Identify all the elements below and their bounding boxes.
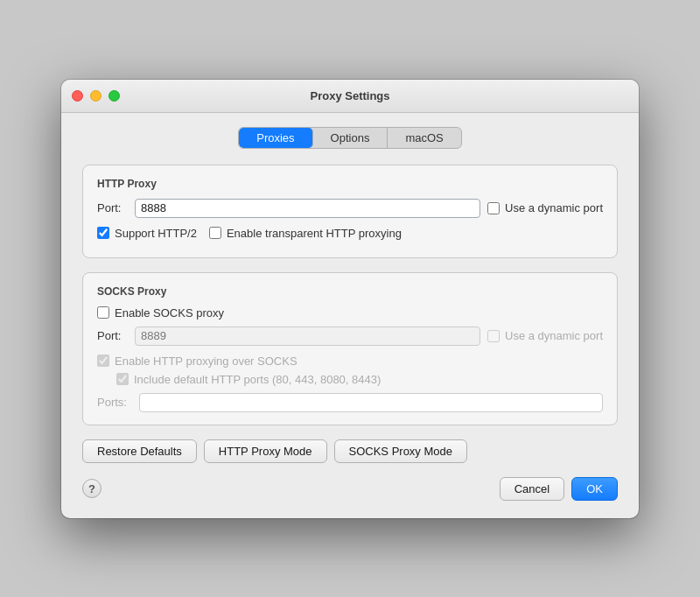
proxy-settings-window: Proxy Settings Proxies Options macOS HTT… [61, 80, 639, 518]
http-proxy-section: HTTP Proxy Port: Use a dynamic port Supp… [82, 165, 618, 258]
support-http2-row: Support HTTP/2 Enable transparent HTTP p… [97, 227, 603, 240]
cancel-ok-buttons: Cancel OK [500, 477, 618, 501]
transparent-proxy-label: Enable transparent HTTP proxying [227, 227, 402, 240]
window-title: Proxy Settings [310, 89, 389, 102]
http-dynamic-port-checkbox[interactable] [487, 202, 500, 214]
restore-defaults-button[interactable]: Restore Defaults [82, 439, 197, 463]
socks-proxy-mode-button[interactable]: SOCKS Proxy Mode [334, 439, 468, 463]
tab-bar: Proxies Options macOS [82, 127, 618, 149]
socks-proxy-label: SOCKS Proxy [97, 285, 603, 298]
tab-proxies[interactable]: Proxies [239, 128, 312, 148]
socks-dynamic-port-row: Use a dynamic port [487, 329, 603, 342]
tab-options[interactable]: Options [313, 128, 388, 148]
socks-proxy-section: SOCKS Proxy Enable SOCKS proxy Port: Use… [82, 272, 618, 425]
mode-buttons-left: Restore Defaults HTTP Proxy Mode SOCKS P… [82, 439, 467, 463]
help-button[interactable]: ? [82, 479, 102, 498]
transparent-proxy-checkbox[interactable] [209, 227, 221, 239]
tab-group: Proxies Options macOS [238, 127, 462, 149]
title-bar: Proxy Settings [61, 80, 639, 113]
maximize-button[interactable] [108, 90, 120, 102]
support-http2-label: Support HTTP/2 [115, 227, 197, 240]
extra-ports-input[interactable] [139, 393, 603, 412]
minimize-button[interactable] [90, 90, 102, 102]
mode-buttons-row: Restore Defaults HTTP Proxy Mode SOCKS P… [82, 439, 618, 463]
socks-port-label: Port: [97, 329, 128, 342]
socks-port-row: Port: Use a dynamic port [97, 327, 603, 346]
socks-dynamic-port-label: Use a dynamic port [505, 329, 603, 342]
include-ports-checkbox[interactable] [116, 373, 129, 385]
http-dynamic-port-row: Use a dynamic port [487, 201, 603, 214]
tab-macos[interactable]: macOS [388, 128, 460, 148]
help-cancel-ok-row: ? Cancel OK [82, 477, 618, 501]
include-ports-label: Include default HTTP ports (80, 443, 808… [134, 373, 381, 386]
enable-socks-row: Enable SOCKS proxy [97, 306, 603, 320]
http-over-socks-label: Enable HTTP proxying over SOCKS [115, 355, 298, 368]
support-http2-checkbox[interactable] [97, 227, 109, 239]
window-body: Proxies Options macOS HTTP Proxy Port: U… [61, 113, 639, 518]
cancel-button[interactable]: Cancel [500, 477, 564, 501]
http-proxy-mode-button[interactable]: HTTP Proxy Mode [204, 439, 327, 463]
enable-socks-checkbox[interactable] [97, 306, 109, 319]
socks-dynamic-port-checkbox[interactable] [487, 330, 500, 342]
enable-socks-label: Enable SOCKS proxy [115, 306, 224, 320]
http-proxy-label: HTTP Proxy [97, 178, 603, 190]
http-over-socks-checkbox[interactable] [97, 355, 109, 367]
http-over-socks-row: Enable HTTP proxying over SOCKS [97, 355, 603, 368]
include-ports-row: Include default HTTP ports (80, 443, 808… [116, 373, 603, 386]
socks-port-input[interactable] [135, 327, 480, 346]
http-port-label: Port: [97, 201, 128, 214]
http-port-input[interactable] [135, 199, 480, 218]
extra-ports-row: Ports: [97, 393, 603, 412]
close-button[interactable] [72, 90, 83, 102]
http-port-row: Port: Use a dynamic port [97, 199, 603, 218]
window-controls [72, 90, 120, 102]
ok-button[interactable]: OK [571, 477, 618, 501]
extra-ports-label: Ports: [97, 396, 132, 409]
http-dynamic-port-label: Use a dynamic port [505, 201, 603, 214]
